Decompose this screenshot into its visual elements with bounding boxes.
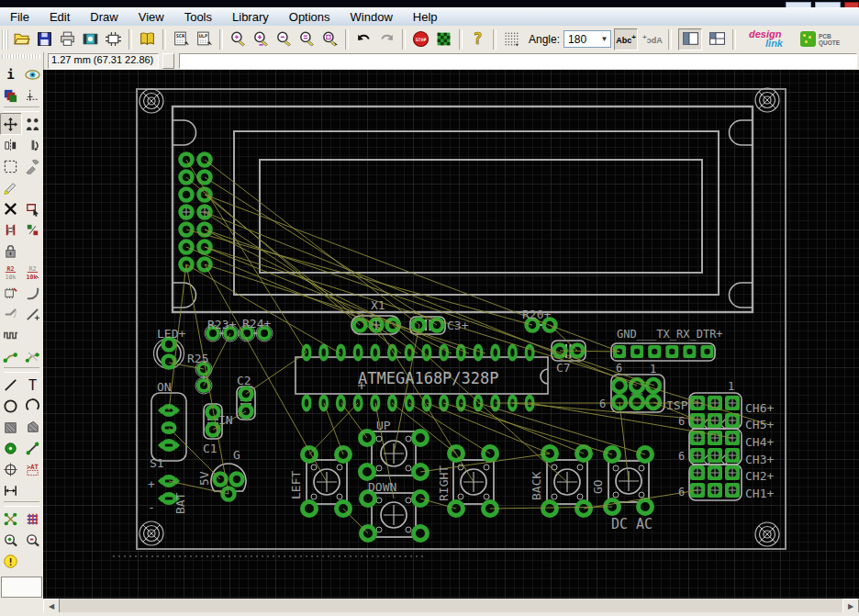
zoom-fit-button[interactable] <box>227 28 250 50</box>
save-button[interactable] <box>33 28 56 50</box>
scrollbar-track[interactable] <box>60 599 842 612</box>
label-pin1: 1 <box>728 380 734 393</box>
zoom-select-button[interactable] <box>318 28 341 50</box>
tool-info[interactable]: i <box>0 63 22 85</box>
grid-button[interactable] <box>500 28 523 50</box>
tool-value[interactable]: R210k <box>22 261 44 283</box>
tool-rotate[interactable] <box>22 134 44 156</box>
menu-file[interactable]: File <box>0 8 39 26</box>
open-button[interactable] <box>10 28 33 50</box>
tool-via[interactable] <box>0 437 22 459</box>
board-canvas[interactable]: ATMEGA168P/328P LED+ R23+ R24+ R25 ON S1… <box>43 70 859 599</box>
tool-ripup[interactable] <box>22 345 44 367</box>
print-button[interactable] <box>56 28 79 50</box>
tool-delete[interactable] <box>0 197 22 219</box>
window-split-button[interactable] <box>678 28 702 50</box>
pad[interactable] <box>181 189 193 201</box>
script-button[interactable]: SCR <box>170 28 193 50</box>
text-size-button[interactable]: Abc+ <box>614 28 638 50</box>
angle-dropdown[interactable]: 180▼ <box>563 30 611 48</box>
tool-bend[interactable] <box>0 303 22 325</box>
menu-view[interactable]: View <box>128 8 174 26</box>
zoom-redraw-button[interactable] <box>296 28 318 50</box>
pad[interactable] <box>639 500 653 514</box>
library-button[interactable] <box>136 28 159 50</box>
menu-help[interactable]: Help <box>403 8 448 26</box>
tool-cut[interactable] <box>0 176 22 198</box>
undo-button[interactable] <box>352 28 375 50</box>
tool-display[interactable] <box>0 84 22 106</box>
tool-hole[interactable] <box>0 458 22 480</box>
tool-split[interactable] <box>22 303 44 325</box>
tool-rect[interactable] <box>0 416 22 438</box>
horizontal-scrollbar[interactable]: ◀ ▶ <box>43 599 859 612</box>
tool-circle[interactable] <box>0 395 22 417</box>
label-left: LEFT <box>289 471 303 499</box>
menu-tools[interactable]: Tools <box>174 8 222 26</box>
tool-miter[interactable] <box>22 282 44 304</box>
tool-route[interactable] <box>0 345 22 367</box>
help-button[interactable]: ? <box>466 28 489 50</box>
pad[interactable] <box>414 527 428 541</box>
tool-dimension[interactable] <box>0 479 22 501</box>
designlink-logo[interactable]: designlink <box>749 28 791 50</box>
pad[interactable] <box>613 379 626 392</box>
pad[interactable] <box>163 356 175 368</box>
stop-button[interactable]: STOP <box>409 28 432 50</box>
tool-group[interactable] <box>0 155 22 177</box>
tool-replace[interactable] <box>22 218 44 241</box>
tool-attribute[interactable]: >AT <box>22 458 44 480</box>
tool-name[interactable]: R210k <box>0 261 22 283</box>
tool-text[interactable]: T <box>22 374 44 396</box>
label-led: LED+ <box>157 327 185 341</box>
tool-lock[interactable] <box>0 240 22 262</box>
zoom-out-button[interactable] <box>273 28 296 50</box>
tool-add[interactable] <box>22 197 44 219</box>
label-g: G <box>233 448 240 462</box>
menu-library[interactable]: Library <box>222 8 279 26</box>
ulp-button[interactable]: ULP <box>193 28 216 50</box>
tool-arc[interactable] <box>22 395 44 417</box>
menu-draw[interactable]: Draw <box>80 8 128 26</box>
pad[interactable] <box>361 465 374 479</box>
tool-change[interactable] <box>22 155 44 177</box>
pad[interactable] <box>414 431 428 445</box>
switch-button[interactable] <box>102 28 125 50</box>
toolbar-grip[interactable] <box>2 29 8 50</box>
coordinate-mode-button[interactable] <box>162 53 174 69</box>
tool-drc[interactable] <box>0 529 22 551</box>
menu-options[interactable]: Options <box>279 8 340 26</box>
pad[interactable] <box>630 396 643 409</box>
pad[interactable] <box>303 502 317 516</box>
tool-warning[interactable]: ! <box>0 550 22 572</box>
tool-show[interactable] <box>22 63 44 85</box>
ratsnest-button[interactable] <box>432 28 455 50</box>
tool-mirror[interactable] <box>0 134 22 156</box>
palette-grip[interactable] <box>2 54 40 59</box>
tool-signal[interactable] <box>22 437 44 459</box>
pad[interactable] <box>231 474 243 486</box>
pcbquote-logo[interactable]: PCBQUOTE <box>800 31 840 47</box>
export-button[interactable] <box>79 28 102 50</box>
tool-ratsnest[interactable] <box>0 508 22 530</box>
tool-wire[interactable] <box>0 374 22 396</box>
redo-button[interactable] <box>375 28 398 50</box>
tool-move[interactable] <box>0 113 22 135</box>
pad[interactable] <box>543 502 557 516</box>
tool-pinswap[interactable] <box>0 218 22 241</box>
zoom-in-button[interactable] <box>250 28 273 50</box>
tool-meander[interactable] <box>0 324 22 346</box>
tool-smash[interactable] <box>0 282 22 304</box>
angle-label: Angle: <box>529 33 560 46</box>
label-r25: R25 <box>187 352 208 365</box>
menu-window[interactable]: Window <box>340 8 403 26</box>
tool-mark[interactable] <box>22 84 44 106</box>
text-mirror-button[interactable]: Abc+ <box>641 28 664 50</box>
tool-errors[interactable] <box>22 529 44 551</box>
window-quad-button[interactable] <box>705 28 729 50</box>
menu-edit[interactable]: Edit <box>39 8 80 26</box>
tool-auto[interactable] <box>22 508 44 530</box>
tool-polygon[interactable] <box>22 416 44 438</box>
tool-copy[interactable] <box>22 113 44 135</box>
command-input[interactable] <box>179 53 857 69</box>
